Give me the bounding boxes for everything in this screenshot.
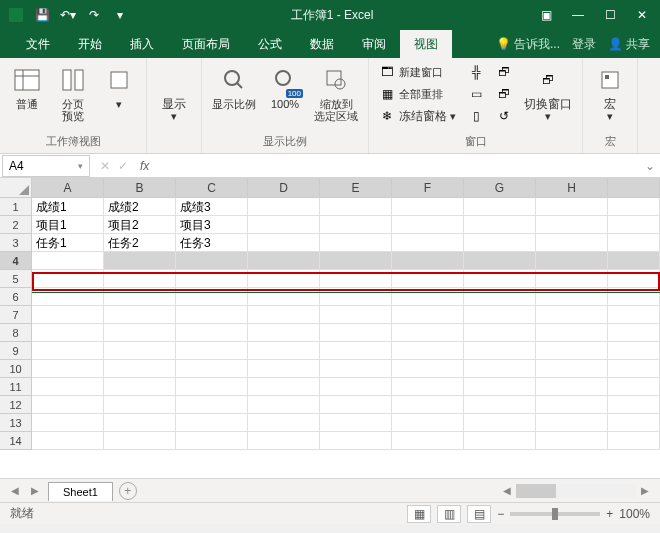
sheet-nav-next-icon[interactable]: ▶: [28, 484, 42, 498]
row-header[interactable]: 6: [0, 288, 32, 306]
save-icon[interactable]: 💾: [30, 3, 54, 27]
cell-active[interactable]: [32, 252, 104, 270]
zoom-slider[interactable]: [510, 512, 600, 516]
row-header[interactable]: 11: [0, 378, 32, 396]
maximize-icon[interactable]: ☐: [596, 3, 624, 27]
switch-window-button[interactable]: 🗗切换窗口▾: [520, 62, 576, 124]
cell[interactable]: 项目1: [32, 216, 104, 234]
col-header[interactable]: B: [104, 178, 176, 198]
minimize-icon[interactable]: —: [564, 3, 592, 27]
row-header[interactable]: 4: [0, 252, 32, 270]
formula-input[interactable]: [153, 155, 640, 177]
sheet-nav-prev-icon[interactable]: ◀: [8, 484, 22, 498]
cell[interactable]: 项目2: [104, 216, 176, 234]
pagebreak-view-icon[interactable]: ▤: [467, 505, 491, 523]
login-link[interactable]: 登录: [572, 36, 596, 53]
svg-line-8: [237, 83, 242, 88]
sheet-tab[interactable]: Sheet1: [48, 482, 113, 501]
normal-view-icon[interactable]: ▦: [407, 505, 431, 523]
row-header[interactable]: 1: [0, 198, 32, 216]
app-icon[interactable]: [4, 3, 28, 27]
col-header[interactable]: [608, 178, 660, 198]
col-header[interactable]: C: [176, 178, 248, 198]
tab-file[interactable]: 文件: [12, 30, 64, 58]
row-header[interactable]: 7: [0, 306, 32, 324]
tab-data[interactable]: 数据: [296, 30, 348, 58]
win-a-button[interactable]: 🗗: [492, 62, 516, 82]
svg-rect-0: [9, 8, 23, 22]
zoom-in-icon[interactable]: +: [606, 507, 613, 521]
pagelayout-view-icon[interactable]: ▥: [437, 505, 461, 523]
zoom-button[interactable]: 显示比例: [208, 62, 260, 112]
hscroll-right-icon[interactable]: ▶: [638, 484, 652, 498]
spreadsheet-grid[interactable]: A B C D E F G H 1成绩1成绩2成绩3 2项目1项目2项目3 3任…: [0, 178, 660, 478]
col-header[interactable]: F: [392, 178, 464, 198]
redo-icon[interactable]: ↷: [82, 3, 106, 27]
enter-icon: ✓: [118, 159, 128, 173]
zoom-out-icon[interactable]: −: [497, 507, 504, 521]
cell[interactable]: 任务3: [176, 234, 248, 252]
row-header[interactable]: 2: [0, 216, 32, 234]
cell[interactable]: 成绩1: [32, 198, 104, 216]
normal-view-button[interactable]: 普通: [6, 62, 48, 112]
macro-button[interactable]: 宏▾: [589, 62, 631, 124]
col-header[interactable]: D: [248, 178, 320, 198]
hide-button[interactable]: ▭: [464, 84, 488, 104]
row-header[interactable]: 8: [0, 324, 32, 342]
cell[interactable]: 任务1: [32, 234, 104, 252]
row-header[interactable]: 3: [0, 234, 32, 252]
tab-home[interactable]: 开始: [64, 30, 116, 58]
new-window-button[interactable]: 🗔新建窗口: [375, 62, 460, 82]
svg-rect-12: [602, 72, 618, 88]
zoom-100-button[interactable]: 100100%: [264, 62, 306, 112]
row-header[interactable]: 10: [0, 360, 32, 378]
tab-view[interactable]: 视图: [400, 30, 452, 58]
expand-formula-icon[interactable]: ⌄: [640, 159, 660, 173]
fx-icon[interactable]: fx: [136, 159, 153, 173]
cell[interactable]: 任务2: [104, 234, 176, 252]
arrange-all-button[interactable]: ▦全部重排: [375, 84, 460, 104]
tab-layout[interactable]: 页面布局: [168, 30, 244, 58]
row-header[interactable]: 13: [0, 414, 32, 432]
tab-insert[interactable]: 插入: [116, 30, 168, 58]
win-b-button[interactable]: 🗗: [492, 84, 516, 104]
share-button[interactable]: 👤 共享: [608, 36, 650, 53]
col-header[interactable]: H: [536, 178, 608, 198]
select-all-corner[interactable]: [0, 178, 32, 198]
col-header[interactable]: E: [320, 178, 392, 198]
show-button[interactable]: 显示▾: [153, 62, 195, 124]
cancel-icon: ✕: [100, 159, 110, 173]
zoom-selection-button[interactable]: 缩放到 选定区域: [310, 62, 362, 124]
hscroll-left-icon[interactable]: ◀: [500, 484, 514, 498]
col-header[interactable]: A: [32, 178, 104, 198]
cell[interactable]: 项目3: [176, 216, 248, 234]
row-header[interactable]: 12: [0, 396, 32, 414]
tell-me[interactable]: 💡 告诉我...: [496, 36, 560, 53]
views-more-button[interactable]: ▾: [98, 62, 140, 112]
win-c-button[interactable]: ↺: [492, 106, 516, 126]
col-header[interactable]: G: [464, 178, 536, 198]
row-header[interactable]: 5: [0, 270, 32, 288]
freeze-panes-button[interactable]: ❄冻结窗格 ▾: [375, 106, 460, 126]
split-button[interactable]: ╬: [464, 62, 488, 82]
tab-review[interactable]: 审阅: [348, 30, 400, 58]
close-icon[interactable]: ✕: [628, 3, 656, 27]
unhide-button[interactable]: ▯: [464, 106, 488, 126]
row-header[interactable]: 9: [0, 342, 32, 360]
window-title: 工作簿1 - Excel: [132, 7, 532, 24]
tab-formula[interactable]: 公式: [244, 30, 296, 58]
hscroll-track[interactable]: [516, 484, 636, 498]
svg-point-7: [225, 71, 239, 85]
undo-icon[interactable]: ↶▾: [56, 3, 80, 27]
zoom-level[interactable]: 100%: [619, 507, 650, 521]
add-sheet-button[interactable]: +: [119, 482, 137, 500]
qat-more-icon[interactable]: ▾: [108, 3, 132, 27]
pagebreak-view-button[interactable]: 分页 预览: [52, 62, 94, 124]
ribbon-options-icon[interactable]: ▣: [532, 3, 560, 27]
svg-rect-5: [75, 70, 83, 90]
cell[interactable]: 成绩2: [104, 198, 176, 216]
hscroll-thumb[interactable]: [516, 484, 556, 498]
name-box[interactable]: A4▾: [2, 155, 90, 177]
cell[interactable]: 成绩3: [176, 198, 248, 216]
row-header[interactable]: 14: [0, 432, 32, 450]
